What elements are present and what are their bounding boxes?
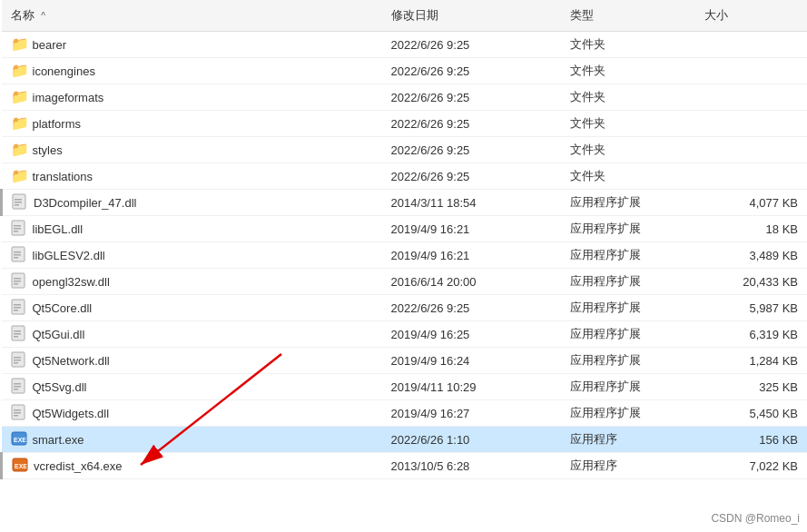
file-name-cell: libGLESV2.dll [2,242,382,269]
file-size-cell: 20,433 KB [695,269,807,295]
file-type-cell: 应用程序扩展 [561,242,695,269]
table-row[interactable]: Qt5Svg.dll 2019/4/11 10:29 应用程序扩展 325 KB [2,374,808,400]
file-name-cell: 📁 styles [2,137,382,163]
file-name: Qt5Widgets.dll [33,407,110,420]
file-date-cell: 2019/4/11 10:29 [382,374,561,400]
svg-rect-17 [14,304,21,306]
svg-rect-19 [14,310,18,311]
svg-rect-34 [14,412,21,414]
dll-icon [11,351,27,368]
file-type-cell: 文件夹 [561,137,695,163]
file-size-cell: 3,489 KB [695,242,807,269]
table-row[interactable]: EXE smart.exe 2022/6/26 1:10 应用程序 156 KB [2,427,808,453]
svg-rect-23 [14,336,18,338]
file-name: smart.exe [33,433,84,447]
table-row[interactable]: 📁 bearer 2022/6/26 9:25 文件夹 [2,32,808,58]
file-date-cell: 2022/6/26 9:25 [382,163,561,190]
file-type-cell: 文件夹 [561,111,695,137]
exe-vc-icon: EXE [12,457,28,473]
file-name-cell: EXE vcredist_x64.exe [2,453,382,479]
svg-rect-11 [14,257,18,259]
svg-rect-5 [14,225,21,227]
file-type-cell: 应用程序 [561,453,695,479]
table-row[interactable]: 📁 imageformats 2022/6/26 9:25 文件夹 [2,84,808,111]
file-size-cell: 5,450 KB [695,400,807,427]
file-name: Qt5Svg.dll [33,380,87,394]
file-list: 名称 ^ 修改日期 类型 大小 📁 bearer 2022/6/26 9:25 … [0,0,807,532]
file-date-cell: 2016/6/14 20:00 [382,269,561,295]
table-row[interactable]: opengl32sw.dll 2016/6/14 20:00 应用程序扩展 20… [2,269,808,295]
file-type-cell: 应用程序扩展 [561,321,695,348]
file-date-cell: 2019/4/9 16:27 [382,400,561,427]
table-row[interactable]: libEGL.dll 2019/4/9 16:21 应用程序扩展 18 KB [2,216,808,242]
file-size-cell [695,84,807,111]
dll-icon [11,404,27,420]
file-size-cell [695,163,807,190]
svg-rect-15 [14,283,18,285]
file-type-cell: 文件夹 [561,32,695,58]
svg-rect-1 [15,199,22,201]
file-date-cell: 2022/6/26 9:25 [382,137,561,163]
table-row[interactable]: 📁 translations 2022/6/26 9:25 文件夹 [2,163,808,190]
file-type-cell: 文件夹 [561,84,695,111]
svg-rect-35 [14,415,18,417]
file-name: D3Dcompiler_47.dll [34,196,136,210]
file-date-cell: 2019/4/9 16:24 [382,348,561,374]
svg-rect-26 [14,360,21,361]
file-name-cell: D3Dcompiler_47.dll [2,190,382,216]
file-name-cell: 📁 translations [2,163,382,190]
file-name: Qt5Gui.dll [33,328,85,341]
file-date-cell: 2022/6/26 9:25 [382,84,561,111]
table-row[interactable]: D3Dcompiler_47.dll 2014/3/11 18:54 应用程序扩… [2,190,808,216]
col-size-header[interactable]: 大小 [695,0,807,32]
file-name-cell: 📁 platforms [2,111,382,137]
file-name-cell: 📁 imageformats [2,84,382,111]
dll-icon [11,299,27,315]
folder-icon: 📁 [11,62,27,78]
file-size-cell [695,58,807,84]
col-date-header[interactable]: 修改日期 [382,0,561,32]
file-name: libEGL.dll [33,222,84,236]
file-type-cell: 应用程序扩展 [561,216,695,242]
svg-text:EXE: EXE [15,463,27,469]
file-name-cell: Qt5Svg.dll [2,374,382,400]
table-row[interactable]: libGLESV2.dll 2019/4/9 16:21 应用程序扩展 3,48… [2,242,808,269]
file-name: opengl32sw.dll [33,275,110,289]
file-type-cell: 应用程序 [561,427,695,453]
file-type-cell: 应用程序扩展 [561,295,695,321]
file-date-cell: 2022/6/26 9:25 [382,32,561,58]
file-name-cell: Qt5Widgets.dll [2,400,382,427]
file-date-cell: 2014/3/11 18:54 [382,190,561,216]
file-name: translations [33,170,93,183]
file-name: Qt5Core.dll [33,301,93,315]
folder-icon: 📁 [11,114,27,131]
table-row[interactable]: Qt5Network.dll 2019/4/9 16:24 应用程序扩展 1,2… [2,348,808,374]
file-type-cell: 文件夹 [561,163,695,190]
folder-icon: 📁 [11,167,27,183]
file-name-cell: Qt5Gui.dll [2,321,382,348]
file-date-cell: 2013/10/5 6:28 [382,453,561,479]
table-row[interactable]: EXE vcredist_x64.exe 2013/10/5 6:28 应用程序… [2,453,808,479]
table-row[interactable]: Qt5Core.dll 2022/6/26 9:25 应用程序扩展 5,987 … [2,295,808,321]
folder-icon: 📁 [11,35,27,52]
svg-rect-14 [14,281,21,282]
file-name-cell: libEGL.dll [2,216,382,242]
folder-icon: 📁 [11,141,27,157]
file-size-cell [695,137,807,163]
file-size-cell: 6,319 KB [695,321,807,348]
col-name-header[interactable]: 名称 ^ [2,0,382,32]
file-name: Qt5Network.dll [33,354,110,368]
table-row[interactable]: 📁 iconengines 2022/6/26 9:25 文件夹 [2,58,808,84]
table-row[interactable]: 📁 styles 2022/6/26 9:25 文件夹 [2,137,808,163]
table-row[interactable]: Qt5Gui.dll 2019/4/9 16:25 应用程序扩展 6,319 K… [2,321,808,348]
file-name: iconengines [33,64,95,78]
svg-rect-6 [14,228,21,230]
svg-rect-27 [14,362,18,364]
file-name: bearer [33,38,67,52]
table-row[interactable]: Qt5Widgets.dll 2019/4/9 16:27 应用程序扩展 5,4… [2,400,808,427]
col-type-header[interactable]: 类型 [561,0,695,32]
file-name: platforms [33,117,81,131]
dll-icon [11,246,27,262]
table-row[interactable]: 📁 platforms 2022/6/26 9:25 文件夹 [2,111,808,137]
file-name-cell: Qt5Network.dll [2,348,382,374]
